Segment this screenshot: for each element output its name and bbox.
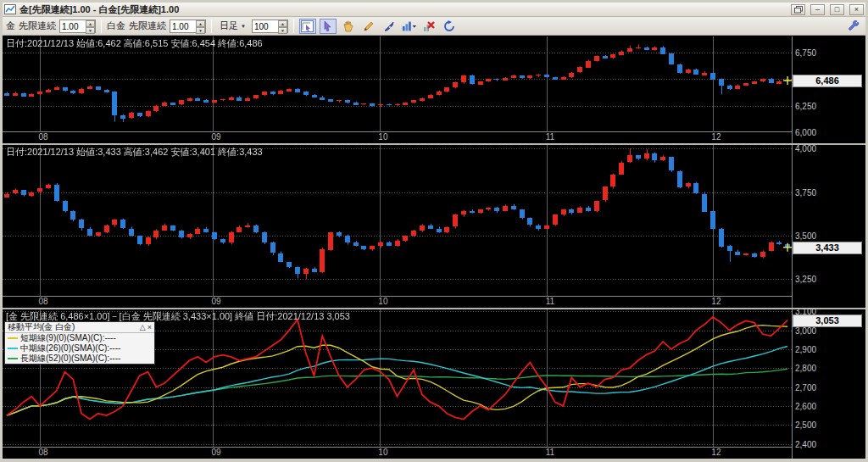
y-tick-label: 6,250	[795, 102, 816, 111]
spin-up-icon[interactable]: ▲	[196, 20, 205, 27]
x-tick-label: 08	[39, 297, 48, 306]
chart-cursor-icon[interactable]	[299, 19, 316, 34]
x-tick-label: 10	[378, 297, 387, 306]
spin-down-icon[interactable]: ▼	[196, 27, 205, 34]
bar-count-spinbox[interactable]: 100 ▲▼	[252, 19, 288, 33]
spread-current-value-badge: 3,053	[793, 314, 862, 327]
x-tick-label: 08	[39, 132, 48, 142]
platinum-series-label: 先限連続	[129, 19, 166, 32]
window-title: 金[先限連続]1.00 - 白金[先限連続]1.00	[19, 3, 179, 16]
toolbar: 金 先限連続 1.00 ▲▼ 白金 先限連続 1.00 ▲▼ 日足 ▼ 100 …	[3, 17, 865, 36]
y-tick-label: 4,000	[795, 144, 816, 153]
refresh-icon[interactable]	[442, 19, 459, 34]
y-tick-label: 6,750	[795, 48, 816, 58]
platinum-symbol-label: 白金	[107, 19, 125, 32]
y-tick-label: 3,500	[795, 231, 816, 241]
gold-x-axis: 0809101112	[3, 132, 792, 142]
platinum-y-axis[interactable]: 3,433 4,0003,7503,5003,250	[793, 145, 865, 308]
gold-y-axis[interactable]: 6,486 6,7506,5006,2506,000	[793, 36, 865, 143]
legend-item-label: 長期線(52)(0)(SMA)(C):----	[20, 353, 120, 365]
gold-multiplier-spinbox[interactable]: 1.00 ▲▼	[59, 19, 96, 33]
pen-icon[interactable]	[381, 19, 398, 34]
delete-chart-icon[interactable]	[421, 19, 438, 34]
bar-count-arrows[interactable]: ▲▼	[278, 20, 287, 32]
legend-collapse-icon[interactable]: △	[140, 323, 146, 331]
pencil-icon[interactable]	[360, 19, 377, 34]
platinum-multiplier-spinbox[interactable]: 1.00 ▲▼	[170, 19, 206, 33]
gold-multiplier-value[interactable]: 1.00	[60, 20, 86, 32]
timeframe-dropdown[interactable]: 日足 ▼	[217, 19, 248, 33]
x-tick-label: 11	[546, 132, 554, 142]
ma-legend-box[interactable]: 移動平均(金 白金) △ × 短期線(9)(0)(SMA)(C):----中期線…	[4, 321, 155, 365]
gold-info-line: 日付:2021/12/13 始値:6,462 高値:6,515 安値:6,454…	[6, 37, 263, 50]
x-tick-label: 12	[711, 448, 721, 457]
y-tick-label: 2,500	[795, 420, 816, 430]
gold-plot[interactable]: 日付:2021/12/13 始値:6,462 高値:6,515 安値:6,454…	[3, 36, 792, 132]
gold-symbol-label: 金	[6, 19, 15, 32]
platinum-x-axis: 0809101112	[3, 297, 792, 307]
wrench-icon[interactable]	[845, 19, 862, 34]
toolbar-separator	[211, 19, 212, 33]
bar-count-value[interactable]: 100	[253, 20, 278, 32]
y-tick-label: 2,600	[795, 402, 816, 411]
x-tick-label: 08	[39, 448, 48, 457]
spread-y-axis[interactable]: 3,053 3,1003,0002,9002,8002,7002,6002,50…	[793, 309, 865, 459]
gold-chart-canvas[interactable]	[3, 36, 792, 132]
chevron-down-icon: ▼	[241, 24, 246, 29]
ma-legend-title: 移動平均(金 白金)	[8, 321, 138, 333]
legend-line-swatch	[8, 337, 18, 339]
minimize-button[interactable]: –	[810, 4, 825, 15]
gold-current-price-badge: 6,486	[793, 75, 862, 87]
spread-panel: [金 先限連続 6,486×1.00]－[白金 先限連続 3,433×1.00]…	[3, 309, 865, 459]
platinum-info-line: 日付:2021/12/13 始値:3,433 高値:3,462 安値:3,401…	[6, 146, 263, 159]
y-tick-label: 3,000	[795, 326, 816, 336]
restore-group-icon[interactable]	[791, 4, 805, 15]
legend-line-swatch	[8, 348, 18, 349]
chart-app-icon	[4, 4, 16, 14]
app-window: 金[先限連続]1.00 - 白金[先限連続]1.00 – □ × 金 先限連続 …	[0, 0, 868, 462]
platinum-current-price-badge: 3,433	[793, 242, 862, 254]
spread-plot[interactable]: [金 先限連続 6,486×1.00]－[白金 先限連続 3,433×1.00]…	[3, 309, 792, 448]
platinum-panel: 日付:2021/12/13 始値:3,433 高値:3,462 安値:3,401…	[3, 145, 865, 309]
spin-up-icon[interactable]: ▲	[86, 20, 95, 27]
toolbar-separator	[293, 19, 294, 33]
platinum-plot[interactable]: 日付:2021/12/13 始値:3,433 高値:3,462 安値:3,401…	[3, 145, 792, 297]
ma-legend-rows: 短期線(9)(0)(SMA)(C):----中期線(26)(0)(SMA)(C)…	[5, 333, 154, 364]
x-tick-label: 12	[711, 132, 721, 142]
restore-group-glyph	[794, 6, 803, 14]
y-tick-label: 3,250	[795, 275, 816, 284]
x-tick-label: 09	[211, 132, 220, 142]
platinum-multiplier-value[interactable]: 1.00	[170, 20, 196, 32]
x-tick-label: 09	[211, 297, 220, 306]
timeframe-value: 日足	[220, 19, 238, 32]
x-tick-label: 09	[211, 448, 220, 457]
x-tick-label: 11	[546, 297, 554, 306]
chart-stack: 日付:2021/12/13 始値:6,462 高値:6,515 安値:6,454…	[3, 36, 865, 459]
select-arrow-icon[interactable]	[320, 19, 337, 34]
y-tick-label: 6,000	[795, 128, 816, 137]
spin-up-icon[interactable]: ▲	[278, 20, 287, 27]
window-titlebar[interactable]: 金[先限連続]1.00 - 白金[先限連続]1.00 – □ ×	[3, 3, 865, 17]
x-tick-label: 12	[711, 297, 721, 306]
platinum-multiplier-arrows[interactable]: ▲▼	[196, 20, 205, 32]
pan-hand-icon[interactable]	[340, 19, 357, 34]
indicator-bars-icon[interactable]	[401, 19, 418, 34]
legend-item: 長期線(52)(0)(SMA)(C):----	[5, 353, 154, 364]
gold-multiplier-arrows[interactable]: ▲▼	[86, 20, 95, 32]
gold-series-label: 先限連続	[19, 19, 56, 32]
y-tick-label: 2,900	[795, 345, 816, 354]
spin-down-icon[interactable]: ▼	[278, 27, 287, 34]
legend-line-swatch	[8, 358, 18, 359]
maximize-button[interactable]: □	[830, 4, 844, 15]
x-tick-label: 10	[378, 448, 387, 457]
legend-close-icon[interactable]: ×	[147, 323, 152, 331]
spread-x-axis: 0809101112	[3, 448, 792, 458]
y-tick-label: 2,400	[795, 440, 816, 449]
y-tick-label: 2,800	[795, 364, 816, 373]
platinum-chart-canvas[interactable]	[3, 145, 792, 297]
gold-panel: 日付:2021/12/13 始値:6,462 高値:6,515 安値:6,454…	[3, 36, 865, 145]
x-tick-label: 10	[378, 132, 387, 142]
close-button[interactable]: ×	[849, 4, 864, 15]
toolbar-separator	[101, 19, 102, 33]
spin-down-icon[interactable]: ▼	[86, 27, 95, 34]
